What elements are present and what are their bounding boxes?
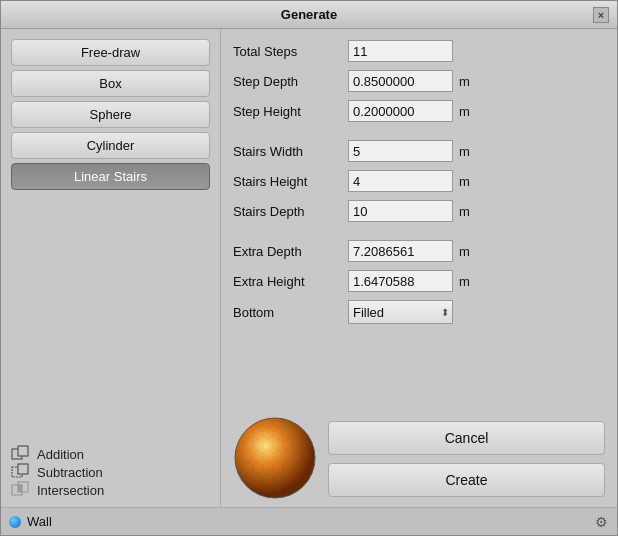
field-row-step-depth: Step Depthm <box>233 67 605 95</box>
status-bar: Wall ⚙ <box>1 507 617 535</box>
field-input-stairs-depth[interactable] <box>348 200 453 222</box>
sidebar-btn-box[interactable]: Box <box>11 70 210 97</box>
field-select-bottom[interactable]: FilledOpen <box>348 300 453 324</box>
field-input-step-height[interactable] <box>348 100 453 122</box>
field-row-total-steps: Total Steps <box>233 37 605 65</box>
field-input-stairs-height[interactable] <box>348 170 453 192</box>
action-buttons: Cancel Create <box>328 421 605 497</box>
field-unit: m <box>459 244 470 259</box>
field-input-extra-depth[interactable] <box>348 240 453 262</box>
field-row-extra-height: Extra Heightm <box>233 267 605 295</box>
field-unit: m <box>459 274 470 289</box>
close-button[interactable]: × <box>593 7 609 23</box>
field-label: Total Steps <box>233 44 348 59</box>
title-bar: Generate × <box>1 1 617 29</box>
op-label: Intersection <box>37 483 104 498</box>
sidebar: Free-drawBoxSphereCylinderLinear Stairs … <box>1 29 221 507</box>
material-preview[interactable] <box>233 416 318 501</box>
field-label: Step Depth <box>233 74 348 89</box>
field-label: Stairs Width <box>233 144 348 159</box>
svg-rect-3 <box>18 464 28 474</box>
status-dot <box>9 516 21 528</box>
field-label: Step Height <box>233 104 348 119</box>
field-group-spacer <box>233 127 605 135</box>
op-label: Addition <box>37 447 84 462</box>
bottom-area: Cancel Create <box>233 410 605 507</box>
field-label: Extra Height <box>233 274 348 289</box>
select-wrapper: FilledOpen <box>348 300 453 324</box>
sidebar-btn-free-draw[interactable]: Free-draw <box>11 39 210 66</box>
sidebar-op-intersection[interactable]: Intersection <box>11 481 210 499</box>
svg-rect-6 <box>18 485 22 492</box>
sidebar-buttons: Free-drawBoxSphereCylinderLinear Stairs <box>11 39 210 194</box>
subtraction-icon <box>11 463 29 481</box>
field-unit: m <box>459 174 470 189</box>
field-input-total-steps[interactable] <box>348 40 453 62</box>
sidebar-btn-sphere[interactable]: Sphere <box>11 101 210 128</box>
field-row-stairs-height: Stairs Heightm <box>233 167 605 195</box>
field-label: Stairs Depth <box>233 204 348 219</box>
op-label: Subtraction <box>37 465 103 480</box>
field-unit: m <box>459 144 470 159</box>
field-input-extra-height[interactable] <box>348 270 453 292</box>
field-unit: m <box>459 74 470 89</box>
field-row-extra-depth: Extra Depthm <box>233 237 605 265</box>
sidebar-op-subtraction[interactable]: Subtraction <box>11 463 210 481</box>
field-row-step-height: Step Heightm <box>233 97 605 125</box>
right-panel: Total StepsStep DepthmStep HeightmStairs… <box>221 29 617 507</box>
sidebar-op-addition[interactable]: Addition <box>11 445 210 463</box>
generate-window: Generate × Free-drawBoxSphereCylinderLin… <box>0 0 618 536</box>
field-row-stairs-depth: Stairs Depthm <box>233 197 605 225</box>
field-label: Extra Depth <box>233 244 348 259</box>
field-unit: m <box>459 104 470 119</box>
settings-icon[interactable]: ⚙ <box>593 514 609 530</box>
sidebar-operations: AdditionSubtractionIntersection <box>11 437 210 507</box>
sidebar-btn-linear-stairs[interactable]: Linear Stairs <box>11 163 210 190</box>
field-row-bottom: BottomFilledOpen <box>233 297 605 327</box>
field-group-spacer <box>233 227 605 235</box>
field-input-stairs-width[interactable] <box>348 140 453 162</box>
sphere-preview <box>233 416 318 501</box>
create-button[interactable]: Create <box>328 463 605 497</box>
field-label: Stairs Height <box>233 174 348 189</box>
sidebar-btn-cylinder[interactable]: Cylinder <box>11 132 210 159</box>
field-label: Bottom <box>233 305 348 320</box>
svg-rect-1 <box>18 446 28 456</box>
main-content: Free-drawBoxSphereCylinderLinear Stairs … <box>1 29 617 507</box>
window-title: Generate <box>281 7 337 22</box>
status-text: Wall <box>27 514 587 529</box>
field-unit: m <box>459 204 470 219</box>
intersection-icon <box>11 481 29 499</box>
cancel-button[interactable]: Cancel <box>328 421 605 455</box>
fields-area: Total StepsStep DepthmStep HeightmStairs… <box>233 37 605 410</box>
addition-icon <box>11 445 29 463</box>
field-input-step-depth[interactable] <box>348 70 453 92</box>
field-row-stairs-width: Stairs Widthm <box>233 137 605 165</box>
